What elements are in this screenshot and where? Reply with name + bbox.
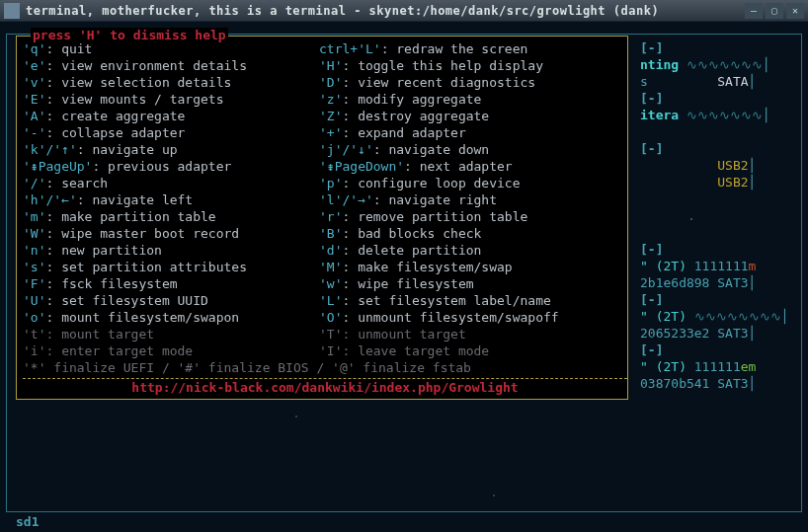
right-edge-line xyxy=(640,224,798,241)
right-edge-line: s SATA│ xyxy=(640,73,798,90)
help-row: 'W': wipe master boot record'B': bad blo… xyxy=(23,225,627,242)
help-row: 'i': enter target mode'I': leave target … xyxy=(23,342,627,359)
right-edge-line: USB2│ xyxy=(640,174,798,190)
help-row: '-': collapse adapter'+': expand adapter xyxy=(23,124,627,141)
right-edge-line: 2065233e2 SAT3│ xyxy=(640,325,798,342)
help-row: 'o': mount filesystem/swapon'O': unmount… xyxy=(23,309,627,326)
help-row: 'F': fsck filesystem'w': wipe filesystem xyxy=(23,275,627,292)
right-edge-line xyxy=(640,207,798,224)
help-dialog: press 'H' to dismiss help 'q': quitctrl+… xyxy=(16,36,628,400)
help-row: 't': mount target'T': unmount target xyxy=(23,326,627,342)
help-row: 'm': make partition table'r': remove par… xyxy=(23,208,627,225)
right-edge-line: 03870b541 SAT3│ xyxy=(640,375,798,392)
help-finalize-row: '*' finalize UEFI / '#' finalize BIOS / … xyxy=(23,359,627,376)
help-url: http://nick-black.com/dankwiki/index.php… xyxy=(23,378,627,395)
help-row: '/': search'p': configure loop device xyxy=(23,175,627,191)
right-edge-line: [-] xyxy=(640,291,798,308)
help-row: 'k'/'↑': navigate up'j'/'↓': navigate do… xyxy=(23,141,627,158)
help-row: 's': set partition attributes'M': make f… xyxy=(23,259,627,275)
help-row: 'U': set filesystem UUID'L': set filesys… xyxy=(23,292,627,309)
right-edge-line: " (2T) ∿∿∿∿∿∿∿∿│ xyxy=(640,308,798,325)
app-icon xyxy=(4,3,20,19)
window-buttons: — ▢ ✕ xyxy=(745,3,804,19)
right-edge-line: 2b1e6d898 SAT3│ xyxy=(640,274,798,291)
bottom-label: sd1 xyxy=(16,514,39,529)
help-title: press 'H' to dismiss help xyxy=(31,28,228,42)
right-edge-line: [-] xyxy=(640,241,798,258)
help-row: 'n': new partition'd': delete partition xyxy=(23,242,627,259)
help-row: '⇞PageUp': previous adapter'⇟PageDown': … xyxy=(23,158,627,175)
right-edge-line: [-] xyxy=(640,90,798,107)
window-titlebar: terminal, motherfucker, this is a termin… xyxy=(0,0,808,22)
help-row: 'E': view mounts / targets'z': modify ag… xyxy=(23,91,627,108)
maximize-button[interactable]: ▢ xyxy=(766,3,783,19)
right-edge-line: " (2T) 1111111m xyxy=(640,258,798,274)
right-edge-line xyxy=(640,123,798,140)
help-row: 'h'/'←': navigate left'l'/'→': navigate … xyxy=(23,191,627,208)
right-edge-line: [-] xyxy=(640,39,798,56)
minimize-button[interactable]: — xyxy=(745,3,763,19)
help-row: 'v': view selection details'D': view rec… xyxy=(23,74,627,91)
right-edge-line: nting ∿∿∿∿∿∿∿│ xyxy=(640,56,798,73)
right-edge-line: " (2T) 111111em xyxy=(640,358,798,375)
right-edge-line: [-] xyxy=(640,342,798,358)
right-edge-line xyxy=(640,190,798,207)
right-edge-line: [-] xyxy=(640,140,798,157)
window-title: terminal, motherfucker, this is a termin… xyxy=(26,4,745,18)
terminal-area[interactable]: [virtual [0]] press 'H' to dismiss help … xyxy=(0,22,808,532)
background-device-list: [-]nting ∿∿∿∿∿∿∿│s SATA│[-]itera ∿∿∿∿∿∿∿… xyxy=(640,39,798,392)
right-edge-line: itera ∿∿∿∿∿∿∿│ xyxy=(640,107,798,123)
help-row: 'A': create aggregate'Z': destroy aggreg… xyxy=(23,108,627,124)
help-row: 'q': quitctrl+'L': redraw the screen xyxy=(23,40,627,57)
close-button[interactable]: ✕ xyxy=(786,3,804,19)
help-row: 'e': view environment details'H': toggle… xyxy=(23,57,627,74)
right-edge-line: USB2│ xyxy=(640,157,798,174)
